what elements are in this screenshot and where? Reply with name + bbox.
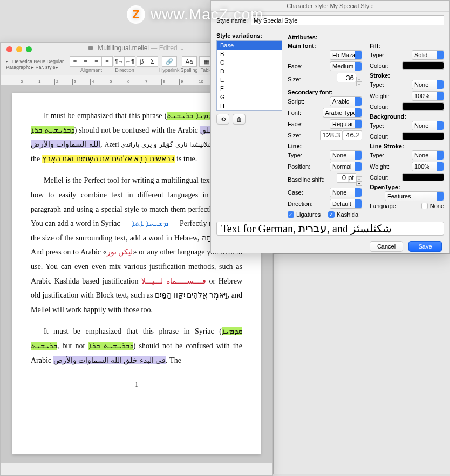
baseline-input[interactable] <box>337 173 356 183</box>
text-run: , but not <box>57 342 88 350</box>
main-font-dropdown[interactable]: Fb Mazal <box>330 50 362 60</box>
sec-size-pct-input[interactable] <box>320 130 343 140</box>
arabic-red-run: ليكن نور <box>107 248 133 256</box>
ls-weight-label: Weight: <box>370 163 390 170</box>
variation-item[interactable]: D <box>217 67 282 75</box>
line-section: Line: <box>288 141 362 149</box>
stroke-section: Stroke: <box>370 71 444 79</box>
sec-font-dropdown[interactable]: Arabic Types <box>323 108 362 118</box>
bg-type-dropdown[interactable]: None <box>412 121 444 130</box>
document-proxy-icon[interactable] <box>88 46 93 50</box>
text-run: It must be emphasized that this phrase i… <box>44 327 222 335</box>
hyperlink-button[interactable]: 🔗 <box>162 56 177 67</box>
align-left-button[interactable]: ≡ <box>70 56 80 67</box>
spelling-group: Aa Spelling <box>181 56 198 73</box>
value: Features <box>387 193 411 199</box>
character-style-inspector: Character style: My Special Style Style … <box>210 0 450 253</box>
stepper[interactable]: ▴▾ <box>356 77 362 86</box>
value: None <box>414 81 428 88</box>
stroke-weight-label: Weight: <box>370 93 390 99</box>
align-center-button[interactable]: ≡ <box>80 56 91 67</box>
main-size-input[interactable] <box>337 73 356 82</box>
delete-variation-button[interactable]: 🗑 <box>233 114 246 125</box>
font-panel[interactable]: ▸ Helvetica Neue Regular Paragraph: ▸ Pa… <box>4 59 69 70</box>
text-run: confused with the Arabic <box>122 126 200 134</box>
kashida-run: فــــســـــماه لـــيـــلا <box>141 277 206 285</box>
fill-colour-swatch[interactable] <box>402 61 444 70</box>
value: 100% <box>414 93 429 99</box>
rtl-button[interactable]: ←¶ <box>125 56 135 67</box>
baseline-label: Baseline shift: <box>288 176 324 183</box>
script-dropdown[interactable]: Arabic <box>330 96 362 106</box>
direction-dropdown[interactable]: Default <box>330 199 362 209</box>
spelling-button[interactable]: Aa <box>182 56 197 67</box>
bg-type-label: Type: <box>370 122 384 129</box>
sec-size-val-input[interactable] <box>343 130 362 140</box>
paragraph-3[interactable]: It must be emphasized that this phrase i… <box>31 325 242 368</box>
stroke-colour-label: Colour: <box>370 104 388 110</box>
ls-colour-label: Colour: <box>370 174 388 181</box>
variation-item[interactable]: Base <box>217 41 282 50</box>
bg-colour-label: Colour: <box>370 133 388 140</box>
stroke-type-dropdown[interactable]: None <box>412 80 444 89</box>
align-justify-button[interactable]: ≡ <box>102 56 113 67</box>
ligatures-checkbox[interactable]: ✓Ligatures <box>288 211 321 218</box>
title-dropdown-caret[interactable]: ⌄ <box>179 44 185 52</box>
beta-button[interactable]: β <box>137 56 147 67</box>
refresh-variation-button[interactable]: ⟲ <box>216 114 229 125</box>
minimize-icon[interactable] <box>16 46 22 52</box>
opentype-language-field[interactable]: None <box>421 203 444 209</box>
line-position-dropdown[interactable]: Normal <box>330 162 362 171</box>
bg-colour-swatch[interactable] <box>402 132 444 140</box>
ls-colour-swatch[interactable] <box>402 173 444 181</box>
style-name-input[interactable] <box>251 15 444 25</box>
stepper[interactable]: ▴▾ <box>356 176 362 186</box>
direction-label: Direction: <box>288 201 312 207</box>
refresh-icon: ⟲ <box>221 116 226 123</box>
ls-type-dropdown[interactable]: None <box>412 150 444 160</box>
stroke-weight-dropdown[interactable]: 100% <box>412 91 444 101</box>
font-name: Helvetica Neue Regular <box>12 59 66 64</box>
case-dropdown[interactable]: None <box>330 188 362 197</box>
direction-group: ¶→ ←¶ Direction <box>114 56 135 73</box>
char-style-group: β Σ <box>137 56 158 73</box>
kashida-checkbox[interactable]: ✓Kashida <box>328 211 358 218</box>
variation-item[interactable]: B <box>217 50 282 58</box>
syriac-run-1: ܩܕܡܝܐ ܒܪܝܫܝܬ <box>167 112 216 120</box>
close-icon[interactable] <box>6 46 12 52</box>
case-label: Case: <box>288 189 303 196</box>
value: Fb Mazal <box>332 52 357 58</box>
stroke-type-label: Type: <box>370 81 384 88</box>
value: None <box>414 122 428 129</box>
ls-weight-dropdown[interactable]: 100% <box>412 162 444 171</box>
value: None <box>430 203 444 209</box>
variation-item[interactable]: H <box>217 101 282 110</box>
variation-item[interactable]: F <box>217 84 282 93</box>
font-caret-icon[interactable]: ▸ <box>6 59 10 64</box>
attributes-column: Attributes: Main font: Fb Mazal Face:Med… <box>285 29 449 218</box>
sigma-button[interactable]: Σ <box>147 56 158 67</box>
zoom-icon[interactable] <box>26 46 32 52</box>
main-face-dropdown[interactable]: Medium <box>330 61 362 71</box>
hyperlink-group: 🔗 Hyperlink <box>159 56 180 73</box>
variations-list[interactable]: Base B C D E F G H <box>216 40 282 111</box>
variation-item[interactable]: C <box>217 58 282 67</box>
line-type-dropdown[interactable]: None <box>330 150 362 160</box>
variation-item[interactable]: G <box>217 93 282 101</box>
fill-type-dropdown[interactable]: Solid <box>412 50 444 60</box>
value: None <box>414 152 428 158</box>
syriac-run-2b: ܕܒܪܝܫܝܬ ܒܪܐ <box>88 342 133 350</box>
check-icon: ✓ <box>328 211 335 218</box>
cancel-button[interactable]: Cancel <box>370 241 403 252</box>
char-style-gap <box>147 67 148 73</box>
opentype-features-dropdown[interactable]: Features <box>385 191 444 201</box>
stroke-colour-swatch[interactable] <box>402 102 444 111</box>
ltr-button[interactable]: ¶→ <box>114 56 125 67</box>
main-font-section: Main font: <box>288 41 362 49</box>
align-right-button[interactable]: ≡ <box>91 56 102 67</box>
document-title: Multilingual.mellel <box>98 44 149 52</box>
variation-item[interactable]: E <box>217 75 282 84</box>
save-button[interactable]: Save <box>408 241 442 252</box>
sec-face-dropdown[interactable]: Regular <box>330 119 362 129</box>
page-number: 1 <box>31 378 242 391</box>
